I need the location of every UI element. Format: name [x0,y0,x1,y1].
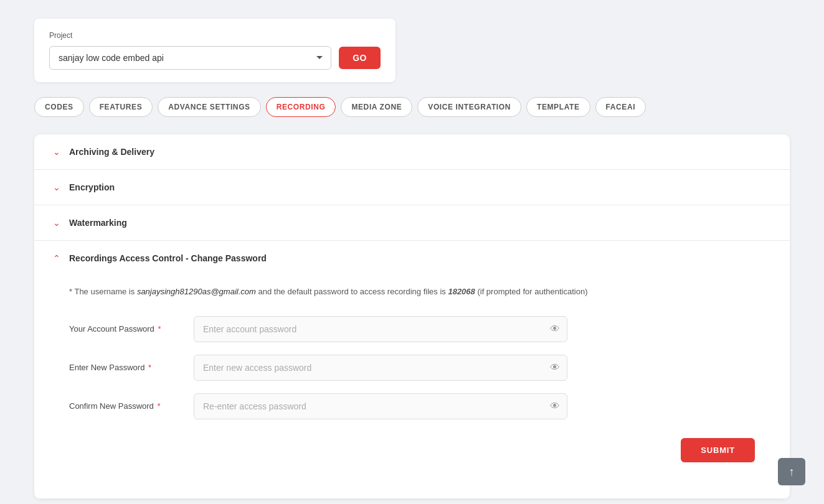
access-control-info: * The username is sanjaysingh81290as@gma… [69,286,772,299]
tab-recording[interactable]: RECORDING [266,97,336,117]
required-marker: * [157,401,160,411]
chevron-down-icon: ⌄ [52,147,62,157]
chevron-down-icon: ⌄ [52,182,62,192]
default-password-value: 182068 [448,287,475,296]
tab-features[interactable]: FEATURES [89,97,153,117]
accordion-archiving: ⌄ Archiving & Delivery [34,134,790,170]
account-password-input[interactable] [194,316,567,342]
accordion-watermarking: ⌄ Watermarking [34,205,790,241]
tab-codes[interactable]: CODES [34,97,84,117]
account-password-label: Your Account Password * [69,324,194,334]
accordion-access-control: ⌃ Recordings Access Control - Change Pas… [34,241,790,499]
confirm-password-input[interactable] [194,393,567,419]
accordion-access-control-content: * The username is sanjaysingh81290as@gma… [34,276,790,498]
account-password-wrapper: 👁 [194,316,567,342]
chevron-up-icon: ⌃ [52,253,62,263]
accordion-watermarking-title: Watermarking [69,218,127,228]
tab-voice-integration[interactable]: VOICE INTEGRATION [417,97,521,117]
accordion-watermarking-header[interactable]: ⌄ Watermarking [34,205,790,240]
project-card: Project sanjay low code embed api GO [34,19,395,82]
new-password-wrapper: 👁 [194,355,567,381]
go-button[interactable]: GO [339,47,381,69]
project-label: Project [49,31,381,40]
required-marker: * [148,363,151,372]
main-card: ⌄ Archiving & Delivery ⌄ Encryption ⌄ Wa… [34,134,790,499]
tab-faceai[interactable]: FACEAI [595,97,646,117]
eye-icon[interactable]: 👁 [550,401,560,412]
new-password-input[interactable] [194,355,567,381]
accordion-encryption-title: Encryption [69,182,115,192]
scroll-top-button[interactable]: ↑ [778,458,805,485]
submit-row: SUBMIT [69,432,772,480]
accordion-access-control-header[interactable]: ⌃ Recordings Access Control - Change Pas… [34,241,790,276]
required-marker: * [158,324,161,334]
chevron-down-icon: ⌄ [52,218,62,228]
confirm-password-label: Confirm New Password * [69,401,194,411]
project-row: sanjay low code embed api GO [49,46,381,70]
accordion-archiving-title: Archiving & Delivery [69,147,154,157]
eye-icon[interactable]: 👁 [550,362,560,373]
submit-button[interactable]: SUBMIT [681,438,755,462]
tabs-row: CODES FEATURES ADVANCE SETTINGS RECORDIN… [34,97,790,117]
new-password-row: Enter New Password * 👁 [69,355,772,381]
project-select[interactable]: sanjay low code embed api [49,46,331,70]
accordion-access-control-title: Recordings Access Control - Change Passw… [69,253,267,263]
tab-template[interactable]: TEMPLATE [526,97,590,117]
account-password-row: Your Account Password * 👁 [69,316,772,342]
tab-advance-settings[interactable]: ADVANCE SETTINGS [158,97,260,117]
new-password-label: Enter New Password * [69,363,194,372]
chevron-up-icon: ↑ [789,465,795,478]
accordion-encryption-header[interactable]: ⌄ Encryption [34,170,790,205]
tab-media-zone[interactable]: MEDIA ZONE [341,97,412,117]
username-value: sanjaysingh81290as@gmail.com [137,287,256,296]
accordion-archiving-header[interactable]: ⌄ Archiving & Delivery [34,134,790,169]
accordion-encryption: ⌄ Encryption [34,170,790,205]
confirm-password-wrapper: 👁 [194,393,567,419]
eye-icon[interactable]: 👁 [550,324,560,335]
confirm-password-row: Confirm New Password * 👁 [69,393,772,419]
